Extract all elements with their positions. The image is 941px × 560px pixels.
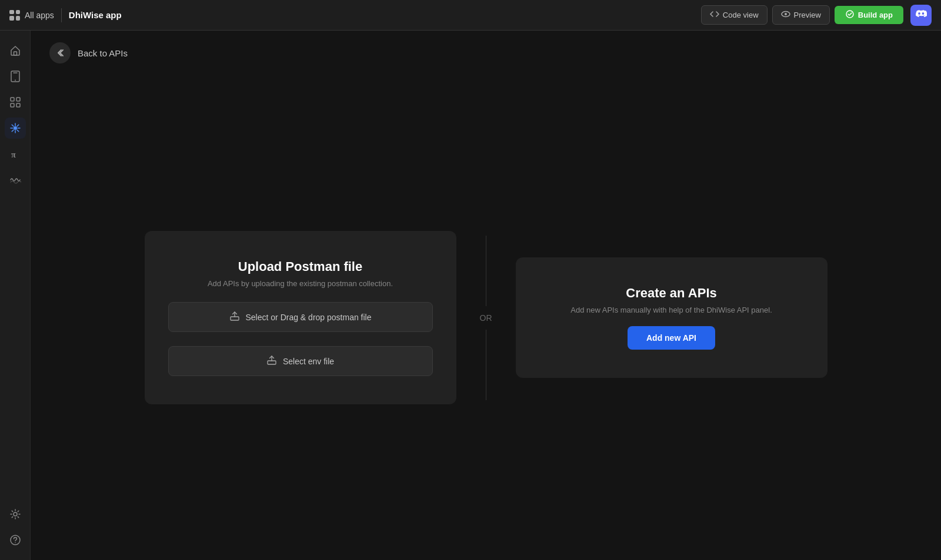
svg-rect-7: [11, 98, 14, 101]
select-drag-drop-label: Select or Drag & drop postman file: [246, 313, 372, 322]
svg-rect-10: [16, 103, 20, 107]
svg-line-19: [12, 130, 14, 132]
sidebar-item-settings[interactable]: [5, 504, 26, 525]
create-api-card: Create an APIs Add new APIs manually wit…: [516, 257, 827, 378]
discord-button[interactable]: [910, 5, 932, 26]
grid-icon: [9, 10, 20, 21]
upload-icon: [229, 311, 240, 323]
build-app-label: Build app: [858, 11, 893, 19]
topbar-left: All apps DhiWise app: [9, 8, 694, 22]
back-bar: Back to APIs: [31, 31, 941, 75]
select-env-file-button[interactable]: Select env file: [168, 346, 433, 376]
topbar-center: Code view Preview Build app: [701, 5, 903, 25]
eye-icon: [781, 9, 790, 21]
add-new-api-button[interactable]: Add new API: [628, 326, 715, 350]
back-to-apis-label[interactable]: Back to APIs: [78, 48, 128, 58]
or-line-top: [486, 236, 486, 306]
upload-inner: Upload Postman file Add APIs by uploadin…: [115, 231, 856, 404]
app-title: DhiWise app: [69, 10, 122, 20]
sidebar-item-wave[interactable]: [5, 169, 26, 190]
or-line-bottom: [486, 330, 486, 400]
content-area: Back to APIs Upload Postman file Add API…: [31, 31, 941, 560]
svg-line-17: [16, 130, 18, 132]
sidebar-item-help[interactable]: [5, 529, 26, 551]
build-icon: [845, 9, 855, 21]
code-icon: [710, 9, 719, 21]
svg-text:π: π: [11, 150, 16, 159]
svg-line-18: [16, 125, 18, 126]
or-label: OR: [480, 306, 492, 330]
upload-env-icon: [266, 355, 277, 367]
upload-postman-card: Upload Postman file Add APIs by uploadin…: [145, 231, 456, 404]
svg-rect-3: [14, 52, 16, 55]
select-drag-drop-button[interactable]: Select or Drag & drop postman file: [168, 302, 433, 332]
nav-divider: [61, 8, 62, 22]
upload-card-subtitle: Add APIs by uploading the existing postm…: [208, 279, 393, 288]
svg-point-5: [15, 80, 16, 81]
or-divider: OR: [456, 236, 516, 400]
preview-label: Preview: [794, 11, 821, 19]
sidebar-item-mobile[interactable]: [5, 66, 26, 87]
preview-button[interactable]: Preview: [772, 5, 830, 25]
sidebar-item-home[interactable]: [5, 40, 26, 61]
build-app-button[interactable]: Build app: [835, 6, 903, 24]
add-new-api-label: Add new API: [646, 333, 696, 343]
svg-point-23: [15, 542, 16, 544]
all-apps-nav[interactable]: All apps: [9, 10, 54, 21]
upload-section: Upload Postman file Add APIs by uploadin…: [31, 75, 941, 560]
create-card-title: Create an APIs: [626, 286, 716, 301]
svg-rect-25: [268, 361, 276, 364]
svg-point-11: [14, 126, 17, 130]
sidebar-item-component[interactable]: [5, 92, 26, 113]
svg-point-1: [785, 13, 787, 15]
sidebar-bottom: [5, 504, 26, 551]
sidebar-item-integration[interactable]: [5, 118, 26, 139]
upload-card-title: Upload Postman file: [238, 259, 362, 274]
code-view-button[interactable]: Code view: [701, 5, 768, 25]
topbar-right: [910, 5, 932, 26]
svg-rect-8: [16, 98, 20, 101]
main-layout: π: [0, 31, 941, 560]
svg-rect-9: [11, 103, 14, 107]
sidebar-item-typography[interactable]: π: [5, 143, 26, 165]
code-view-label: Code view: [723, 11, 759, 19]
topbar: All apps DhiWise app Code view Preview: [0, 0, 941, 31]
discord-icon: [915, 8, 927, 22]
svg-rect-24: [231, 317, 239, 320]
svg-point-21: [14, 512, 17, 516]
svg-line-16: [12, 125, 14, 126]
sidebar: π: [0, 31, 31, 560]
select-env-label: Select env file: [283, 357, 334, 366]
create-card-subtitle: Add new APIs manually with help of the D…: [570, 306, 772, 314]
back-button[interactable]: [49, 42, 71, 63]
all-apps-label: All apps: [25, 11, 54, 20]
